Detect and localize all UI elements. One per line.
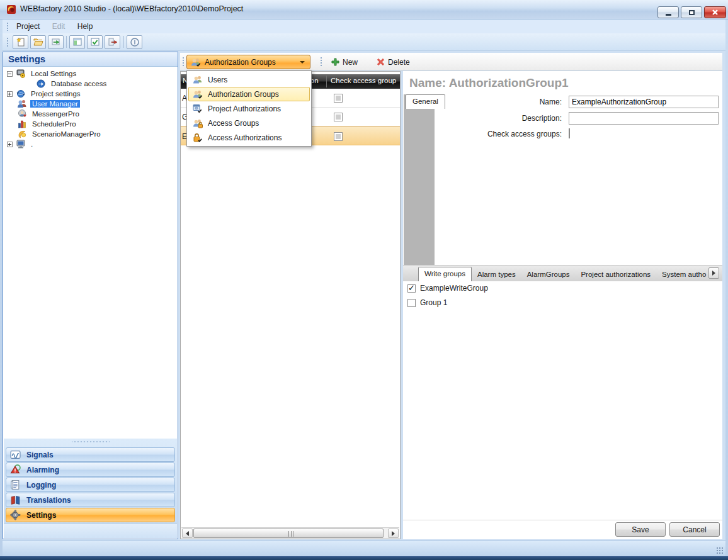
tree-item-database-access[interactable]: Database access (36, 79, 108, 89)
restore-button[interactable] (681, 6, 702, 18)
write-group-label: ExampleWriteGroup (420, 284, 488, 293)
exit-icon (108, 37, 118, 47)
write-group-checkbox[interactable] (407, 299, 416, 307)
detail-panel: Name: AuthorizationGroup1 General Name: … (403, 71, 722, 539)
write-group-row[interactable]: Group 1 (407, 298, 447, 307)
menu-item-access-groups[interactable]: Access Groups (188, 116, 310, 130)
write-group-label: Group 1 (420, 298, 447, 307)
tree-item-dot[interactable]: . (7, 139, 35, 149)
tree-item-user-manager[interactable]: User Manager (17, 99, 80, 109)
toolbar-separator (123, 36, 124, 48)
tree-item-local-settings[interactable]: Local Settings (7, 69, 78, 79)
new-button[interactable]: New (327, 55, 361, 69)
authorization-groups-icon (191, 57, 201, 67)
new-project-button[interactable] (13, 35, 28, 49)
new-project-icon (16, 37, 26, 47)
users-icon (193, 75, 203, 85)
tab-project-authorizations[interactable]: Project authorizations (575, 268, 656, 281)
category-dropdown-menu: Users Authorization Groups Project Autho… (186, 70, 312, 147)
check-access-group-checkbox[interactable] (334, 132, 343, 141)
write-group-checkbox[interactable] (407, 284, 416, 293)
tree-item-project-settings[interactable]: Project settings (7, 89, 82, 99)
scroll-left-button[interactable] (182, 529, 193, 538)
content-toolbar-grip[interactable] (182, 57, 185, 67)
computer-icon (16, 139, 26, 149)
check-access-group-checkbox[interactable] (334, 113, 343, 121)
tab-alarm-types[interactable]: Alarm types (472, 268, 521, 281)
expand-icon[interactable] (7, 142, 13, 147)
menu-bar: Project Edit Help (3, 20, 725, 33)
open-project-button[interactable] (30, 35, 46, 49)
user-manager-icon (17, 99, 27, 109)
menu-edit[interactable]: Edit (47, 20, 71, 33)
menu-item-access-authorizations[interactable]: Access Authorizations (188, 130, 310, 145)
menu-item-label: Access Authorizations (208, 133, 282, 142)
resize-grip[interactable] (716, 547, 724, 554)
tree-item-scenariomanagerpro[interactable]: ScenarioManagerPro (17, 129, 103, 139)
scroll-right-icon (392, 531, 395, 536)
content-toolbar: Authorization Groups New Delete (180, 53, 722, 70)
tree-item-messengerpro[interactable]: MessengerPro (17, 109, 81, 119)
apply-settings-button[interactable] (87, 35, 103, 49)
about-button[interactable] (127, 35, 142, 49)
scrollbar-thumb[interactable] (193, 529, 384, 538)
toolbar-grip[interactable] (6, 37, 9, 47)
nav-settings[interactable]: Settings (6, 508, 175, 522)
check-access-groups-checkbox[interactable] (569, 128, 570, 138)
check-access-group-checkbox[interactable] (334, 94, 343, 103)
import-icon (51, 37, 61, 47)
import-button[interactable] (48, 35, 64, 49)
content-toolbar-grip[interactable] (320, 57, 322, 67)
nav-alarming[interactable]: Alarming (6, 462, 175, 477)
exit-button[interactable] (105, 35, 120, 49)
horizontal-scrollbar[interactable] (181, 527, 399, 539)
menu-item-label: Users (208, 76, 227, 84)
nav-label: Alarming (26, 466, 59, 474)
menu-item-authorization-groups[interactable]: Authorization Groups (188, 87, 310, 101)
menu-item-project-authorizations[interactable]: Project Authorizations (188, 101, 310, 116)
project-authorizations-icon (193, 104, 203, 114)
tree-item-label: SchedulerPro (30, 120, 78, 128)
nav-signals[interactable]: Signals (6, 447, 175, 462)
tab-scroll-right-button[interactable] (708, 267, 719, 279)
panel-layout-icon (72, 37, 82, 47)
category-dropdown-button[interactable]: Authorization Groups (186, 55, 310, 69)
translations-icon (10, 495, 21, 505)
window-border-right (725, 20, 728, 556)
tab-alarmgroups[interactable]: AlarmGroups (521, 268, 576, 281)
nav-translations[interactable]: Translations (6, 493, 175, 507)
menu-grip[interactable] (6, 22, 9, 31)
tab-write-groups[interactable]: Write groups (418, 267, 472, 281)
menu-help[interactable]: Help (72, 20, 98, 33)
menu-item-users[interactable]: Users (188, 72, 310, 87)
scroll-right-button[interactable] (388, 529, 399, 538)
save-button[interactable]: Save (615, 522, 666, 537)
scrollbar-grip (288, 531, 293, 537)
close-button[interactable] (704, 6, 726, 18)
tab-system-authorizations[interactable]: System autho (656, 268, 708, 281)
scroll-left-icon (186, 531, 189, 536)
description-field[interactable] (569, 112, 719, 125)
panel-layout-button[interactable] (69, 35, 85, 49)
expand-icon[interactable] (7, 91, 13, 97)
collapse-icon[interactable] (7, 71, 13, 77)
write-group-row[interactable]: ExampleWriteGroup (407, 284, 488, 293)
title-bar[interactable]: WEBfactory 2010 Studio - (local)\WEBfact… (0, 0, 728, 20)
tree-item-schedulerpro[interactable]: SchedulerPro (17, 119, 78, 129)
minimize-button[interactable] (657, 6, 679, 18)
minimize-icon (666, 14, 671, 16)
sidebar-splitter[interactable] (72, 440, 110, 444)
grid-column-check-access-group[interactable]: Check access group (331, 77, 399, 84)
menu-project[interactable]: Project (11, 20, 45, 33)
app-icon (6, 4, 16, 14)
name-field[interactable] (569, 96, 719, 108)
tree-item-label: Database access (49, 80, 108, 87)
cancel-button[interactable]: Cancel (669, 522, 720, 537)
nav-logging[interactable]: Logging (6, 478, 175, 492)
delete-button[interactable]: Delete (373, 55, 414, 69)
nav-label: Translations (26, 496, 71, 505)
grid-column-divider[interactable] (326, 76, 327, 87)
plus-icon (331, 58, 339, 66)
tab-scroll-right-icon (712, 271, 715, 276)
toolbar-separator (66, 36, 67, 48)
